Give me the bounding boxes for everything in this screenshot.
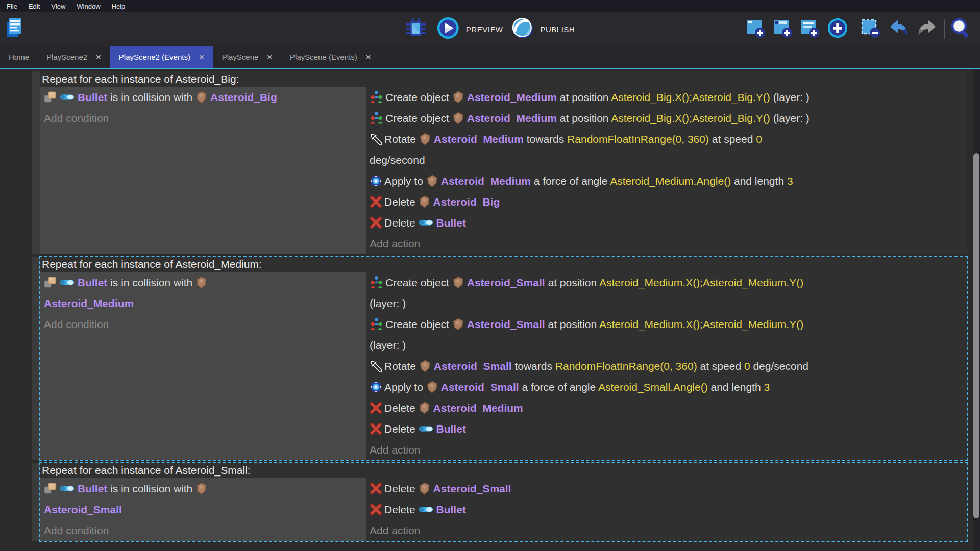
menu-item-view[interactable]: View — [45, 3, 71, 10]
event-drag-handle[interactable] — [32, 71, 40, 254]
tab-label: PlayScene2 (Events) — [119, 53, 190, 61]
gdevelop-logo-button[interactable] — [4, 17, 27, 41]
actions-column: Create object Asteroid_Medium at positio… — [366, 87, 967, 254]
create-icon — [370, 276, 383, 289]
object-name: Asteroid_Small — [434, 360, 512, 372]
force-icon — [370, 174, 382, 187]
tab-home[interactable]: Home — [0, 46, 38, 68]
asteroid-icon — [426, 381, 439, 393]
create-icon — [370, 317, 383, 331]
text: at speed — [709, 133, 756, 145]
redo-button[interactable] — [916, 19, 940, 39]
add-event-button[interactable] — [746, 19, 768, 39]
action-row[interactable]: Rotate Asteroid_Small towards RandomFloa… — [370, 356, 967, 377]
search-button[interactable] — [949, 18, 974, 40]
tab-playscene[interactable]: PlayScene✕ — [213, 46, 281, 68]
tab-label: PlayScene2 — [46, 53, 87, 61]
publish-button[interactable]: PUBLISH — [511, 18, 575, 40]
action-row[interactable]: Delete Bullet — [370, 418, 967, 439]
toolbar-separator — [855, 19, 855, 39]
event-header[interactable]: Repeat for each instance of Asteroid_Sma… — [40, 463, 967, 478]
undo-button[interactable] — [888, 19, 912, 39]
debug-button[interactable] — [405, 19, 429, 39]
add-condition-button[interactable]: Add condition — [44, 520, 362, 541]
tab-playscene-events[interactable]: PlayScene (Events)✕ — [281, 46, 380, 68]
menu-item-file[interactable]: File — [1, 3, 23, 10]
scrollbar-thumb[interactable] — [973, 153, 979, 518]
condition-row[interactable]: Bullet is in collision with Asteroid_Med… — [44, 272, 362, 314]
condition-row[interactable]: Bullet is in collision with Asteroid_Big — [44, 87, 362, 108]
redo-icon — [916, 18, 938, 38]
text: Create object — [385, 277, 452, 288]
object-name: Asteroid_Small — [467, 277, 545, 288]
event-block: Repeat for each instance of Asteroid_Med… — [32, 257, 967, 460]
bullet-icon — [419, 424, 434, 433]
add-subevent-button[interactable] — [773, 19, 795, 39]
action-row[interactable]: Delete Asteroid_Medium — [370, 397, 967, 418]
action-row[interactable]: Create object Asteroid_Small at position… — [370, 272, 967, 314]
object-name: Asteroid_Medium — [44, 297, 134, 309]
action-row[interactable]: Create object Asteroid_Medium at positio… — [370, 87, 967, 108]
add-condition-button[interactable]: Add condition — [44, 108, 362, 129]
object-name: Bullet — [78, 91, 107, 103]
action-row[interactable]: Delete Bullet — [370, 499, 967, 520]
tab-close-icon[interactable]: ✕ — [95, 54, 102, 61]
action-row[interactable]: Create object Asteroid_Medium at positio… — [370, 108, 967, 129]
menu-item-window[interactable]: Window — [71, 3, 106, 10]
tab-close-icon[interactable]: ✕ — [199, 54, 205, 61]
object-name: Asteroid_Small — [467, 318, 545, 330]
scrollbar-track[interactable] — [973, 69, 980, 551]
object-name: Asteroid_Medium — [433, 402, 523, 414]
add-comment-button[interactable] — [800, 19, 822, 39]
add-action-button[interactable]: Add action — [370, 233, 967, 254]
expression: 3 — [764, 381, 770, 393]
condition-row[interactable]: Bullet is in collision with Asteroid_Sma… — [44, 478, 362, 520]
action-row[interactable]: Delete Asteroid_Big — [370, 191, 967, 212]
asteroid-icon — [419, 133, 432, 145]
expression: Asteroid_Medium.Angle() — [610, 175, 731, 187]
preview-button[interactable]: PREVIEW — [437, 18, 503, 40]
event-columns: Bullet is in collision with Asteroid_Big… — [40, 87, 967, 254]
text: a force of angle — [519, 381, 598, 393]
add-circle-icon — [827, 17, 848, 39]
add-action-button[interactable]: Add action — [370, 439, 967, 460]
force-icon — [370, 381, 382, 393]
event-header[interactable]: Repeat for each instance of Asteroid_Med… — [40, 257, 967, 272]
tab-label: Home — [9, 53, 29, 61]
asteroid-icon — [195, 482, 208, 495]
action-row[interactable]: Apply to Asteroid_Medium a force of angl… — [370, 170, 967, 191]
text: (layer: ) — [370, 297, 406, 309]
action-row[interactable]: Create object Asteroid_Small at position… — [370, 314, 967, 356]
object-name: Asteroid_Small — [441, 381, 519, 393]
tab-playscene2-events[interactable]: PlayScene2 (Events)✕ — [110, 46, 213, 68]
publish-globe-icon — [511, 18, 535, 40]
search-icon — [949, 17, 972, 39]
event-block: Repeat for each instance of Asteroid_Big… — [32, 71, 967, 254]
event-header[interactable]: Repeat for each instance of Asteroid_Big… — [40, 71, 967, 87]
add-action-button[interactable]: Add action — [370, 520, 967, 541]
event-drag-handle[interactable] — [32, 257, 40, 460]
menu-item-help[interactable]: Help — [106, 3, 131, 10]
tab-playscene2[interactable]: PlayScene2✕ — [38, 46, 110, 68]
toolbar-center: PREVIEW PUBLISH — [405, 18, 575, 40]
action-row[interactable]: Delete Bullet — [370, 212, 967, 233]
text: at position — [545, 277, 599, 288]
tab-close-icon[interactable]: ✕ — [266, 54, 273, 61]
preview-label: PREVIEW — [466, 25, 503, 34]
text: Rotate — [384, 133, 419, 145]
tab-close-icon[interactable]: ✕ — [365, 54, 372, 61]
bullet-icon — [60, 93, 76, 102]
text: Delete — [384, 217, 419, 229]
add-event-icon — [746, 18, 766, 38]
action-row[interactable]: Delete Asteroid_Small — [370, 478, 967, 499]
action-row[interactable]: Apply to Asteroid_Small a force of angle… — [370, 377, 967, 397]
action-row[interactable]: Rotate Asteroid_Medium towards RandomFlo… — [370, 129, 967, 170]
gdevelop-logo-icon — [5, 18, 26, 40]
add-circle-button[interactable] — [827, 18, 850, 40]
asteroid-icon — [419, 402, 431, 414]
menu-item-edit[interactable]: Edit — [23, 3, 45, 10]
add-condition-button[interactable]: Add condition — [44, 314, 362, 335]
event-drag-handle[interactable] — [32, 463, 40, 541]
event-columns: Bullet is in collision with Asteroid_Sma… — [40, 478, 967, 541]
remove-selection-button[interactable] — [860, 18, 884, 40]
